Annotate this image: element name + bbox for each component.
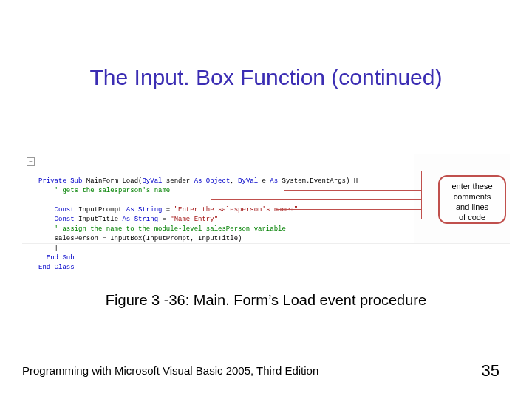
code-end-class: End Class [38,264,75,271]
connector-line [421,171,422,219]
code-screenshot: − Private Sub MainForm_Load(ByVal sender… [22,154,510,244]
code-comment-2: ' assign the name to the module-level sa… [55,225,286,233]
connector-line [284,190,421,191]
code-const-1: Const InputPrompt As String = "Enter the… [55,206,298,214]
collapse-icon: − [27,157,35,166]
connector-line [211,200,421,200]
slide: The Input. Box Function (continued) − Pr… [0,0,532,399]
callout-text: comments [454,192,491,201]
connector-line [161,171,421,171]
callout-box: enter these comments and lines of code [438,175,506,224]
slide-title: The Input. Box Function (continued) [0,65,532,90]
code-assign: salesPerson = InputBox(InputPrompt, Inpu… [55,235,242,242]
code-const-2: Const InputTitle As String = "Name Entry… [55,216,218,223]
code-comment-1: ' gets the salesperson's name [55,187,171,194]
code-end-sub: End Sub [47,254,75,262]
page-number: 35 [482,361,499,381]
callout-text: enter these [451,182,492,191]
connector-line [421,199,438,200]
connector-line [239,219,421,219]
callout-text: of code [459,213,485,222]
figure-caption: Figure 3 -36: Main. Form’s Load event pr… [0,292,532,309]
code-line-1: Private Sub MainForm_Load(ByVal sender A… [38,177,358,185]
callout-text: and lines [456,202,488,211]
code-pane: − Private Sub MainForm_Load(ByVal sender… [22,154,414,243]
connector-line [276,209,421,210]
footer-text: Programming with Microsoft Visual Basic … [22,364,318,377]
